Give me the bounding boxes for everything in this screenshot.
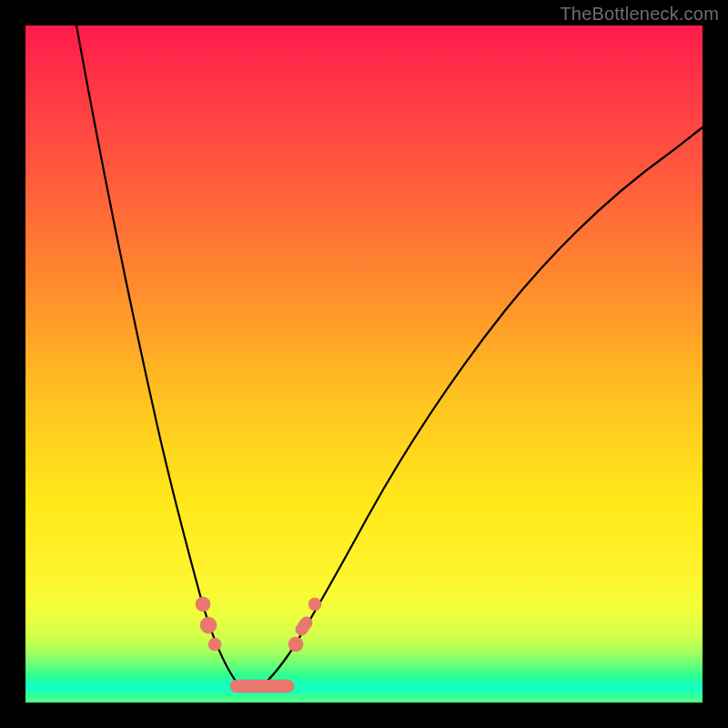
- data-marker: [308, 598, 321, 611]
- data-marker: [208, 638, 221, 651]
- data-marker: [288, 637, 303, 652]
- curve-layer: [25, 25, 703, 703]
- outer-frame: TheBottleneck.com: [0, 0, 728, 728]
- data-marker: [196, 597, 210, 612]
- plot-area: [25, 25, 703, 703]
- data-marker-pill: [230, 680, 294, 693]
- curve-left-branch: [76, 25, 251, 692]
- data-marker: [200, 617, 217, 633]
- watermark-text: TheBottleneck.com: [560, 4, 719, 25]
